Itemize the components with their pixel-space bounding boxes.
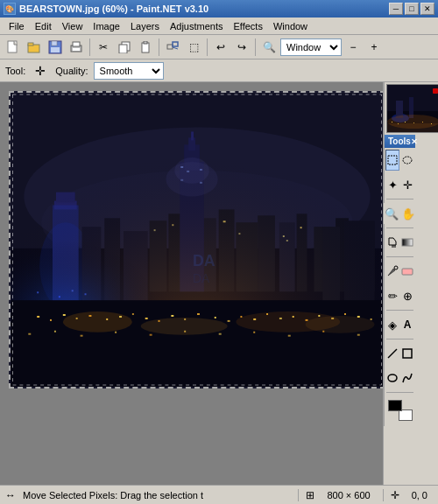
redo-button[interactable]: ↪ (232, 38, 251, 57)
ellipse-tool[interactable] (385, 368, 399, 388)
svg-marker-128 (389, 238, 396, 245)
minimize-button[interactable]: ─ (389, 3, 403, 15)
tools-panel: Tools ✕ ✦ ✛ 🔍 ✋ (384, 135, 415, 426)
menu-image[interactable]: Image (88, 19, 125, 33)
paintbucket-tool[interactable] (385, 232, 399, 253)
eraser-tool[interactable] (400, 261, 414, 282)
svg-rect-123 (422, 122, 423, 122)
status-bar: ↔ Move Selected Pixels: Drag the selecti… (0, 485, 438, 504)
svg-rect-79 (184, 318, 186, 320)
cut-button[interactable]: ✂ (94, 38, 113, 57)
svg-rect-122 (413, 122, 414, 123)
tools-row-4 (385, 230, 415, 255)
brush-tool[interactable] (385, 261, 399, 282)
app-icon: 🎨 (4, 3, 16, 15)
tools-close-icon[interactable]: ✕ (411, 137, 418, 146)
menu-edit[interactable]: Edit (30, 19, 57, 33)
svg-point-67 (306, 316, 375, 333)
svg-rect-92 (357, 316, 360, 318)
zoom-in-button[interactable]: + (364, 38, 384, 57)
open-button[interactable] (25, 38, 44, 57)
tools-row-5 (385, 259, 415, 284)
image-canvas[interactable]: DA DA (9, 91, 383, 388)
svg-rect-97 (115, 332, 117, 333)
menu-view[interactable]: View (57, 19, 88, 33)
svg-rect-75 (132, 313, 134, 315)
text-tool[interactable]: A (400, 314, 414, 335)
crop-button[interactable]: ⬚ (184, 38, 203, 57)
svg-rect-72 (88, 315, 91, 317)
status-icon: ↔ (5, 489, 16, 501)
svg-rect-74 (119, 316, 122, 318)
print-button[interactable] (67, 38, 86, 57)
quality-select[interactable]: Smooth Nearest Neighbor Bilinear Bicubic (94, 62, 164, 80)
main-area: DA DA (0, 82, 438, 485)
zoom-select[interactable]: Window 50% 75% 100% (280, 38, 342, 56)
zoom-button[interactable]: 🔍 (259, 38, 279, 57)
svg-line-15 (173, 47, 178, 49)
foreground-color-swatch[interactable] (388, 400, 402, 411)
canvas-image: DA DA (11, 93, 383, 387)
svg-rect-13 (167, 45, 173, 49)
paste-button[interactable] (136, 38, 155, 57)
line-tool[interactable] (385, 343, 399, 364)
svg-rect-93 (371, 318, 372, 320)
freeform-shape-tool[interactable] (400, 368, 414, 388)
svg-rect-125 (433, 88, 438, 94)
svg-rect-11 (142, 43, 149, 52)
copy-button[interactable] (115, 38, 134, 57)
svg-rect-8 (73, 48, 80, 51)
svg-rect-105 (37, 291, 39, 293)
tools-row-2: ✦ ✛ (385, 172, 415, 197)
undo-button[interactable]: ↩ (211, 38, 230, 57)
svg-rect-101 (253, 332, 255, 333)
title-bar: 🎨 BEARSTOWN.jpg (60%) - Paint.NET v3.10 … (0, 0, 438, 18)
shapes-tool[interactable] (400, 343, 414, 364)
tools-row-3: 🔍 ✋ (385, 201, 415, 226)
svg-rect-108 (85, 293, 87, 295)
window-controls[interactable]: ─ □ ✕ (389, 3, 434, 15)
save-button[interactable] (46, 38, 65, 57)
pencil-tool[interactable]: ✏ (385, 285, 399, 306)
tools-sep-6 (386, 392, 413, 393)
image-size-icon: ⊞ (306, 489, 314, 501)
svg-text:DA: DA (193, 252, 215, 270)
menu-window[interactable]: Window (268, 19, 313, 33)
gradient-tool[interactable] (400, 232, 414, 253)
svg-rect-86 (279, 318, 282, 319)
svg-rect-124 (431, 123, 432, 124)
svg-rect-2 (28, 43, 33, 46)
resize-button[interactable] (163, 38, 182, 57)
zoom-tool[interactable]: 🔍 (384, 203, 399, 224)
move-tool[interactable]: ✛ (400, 174, 414, 195)
menu-layers[interactable]: Layers (125, 19, 165, 33)
menu-bar: File Edit View Image Layers Adjustments … (0, 18, 438, 35)
svg-rect-69 (50, 319, 52, 321)
svg-rect-89 (318, 315, 320, 317)
lasso-tool[interactable] (400, 150, 414, 171)
canvas-area[interactable]: DA DA (0, 82, 383, 485)
svg-rect-10 (119, 45, 127, 53)
magic-wand-tool[interactable]: ✦ (385, 174, 399, 195)
separator-4 (255, 38, 256, 56)
svg-rect-90 (331, 318, 334, 319)
maximize-button[interactable]: □ (405, 3, 419, 15)
menu-effects[interactable]: Effects (229, 19, 268, 33)
recolor-tool[interactable]: ◈ (385, 314, 399, 335)
right-panel: Tools ✕ ✦ ✛ 🔍 ✋ (383, 82, 438, 485)
status-text: Move Selected Pixels: Drag the selection… (23, 490, 291, 500)
new-button[interactable] (4, 38, 23, 57)
svg-rect-107 (72, 290, 74, 291)
hand-tool[interactable]: ✋ (400, 203, 416, 224)
close-button[interactable]: ✕ (420, 3, 434, 15)
clone-tool[interactable]: ⊕ (400, 285, 414, 306)
separator-2 (159, 38, 159, 56)
svg-rect-103 (322, 331, 324, 332)
menu-adjustments[interactable]: Adjustments (165, 19, 229, 33)
svg-text:DA: DA (193, 271, 210, 285)
rectangle-select-tool[interactable] (385, 150, 399, 171)
current-tool-icon[interactable]: ✛ (31, 61, 50, 80)
zoom-out-button[interactable]: − (343, 38, 363, 57)
menu-file[interactable]: File (4, 19, 30, 33)
svg-rect-94 (28, 333, 31, 335)
